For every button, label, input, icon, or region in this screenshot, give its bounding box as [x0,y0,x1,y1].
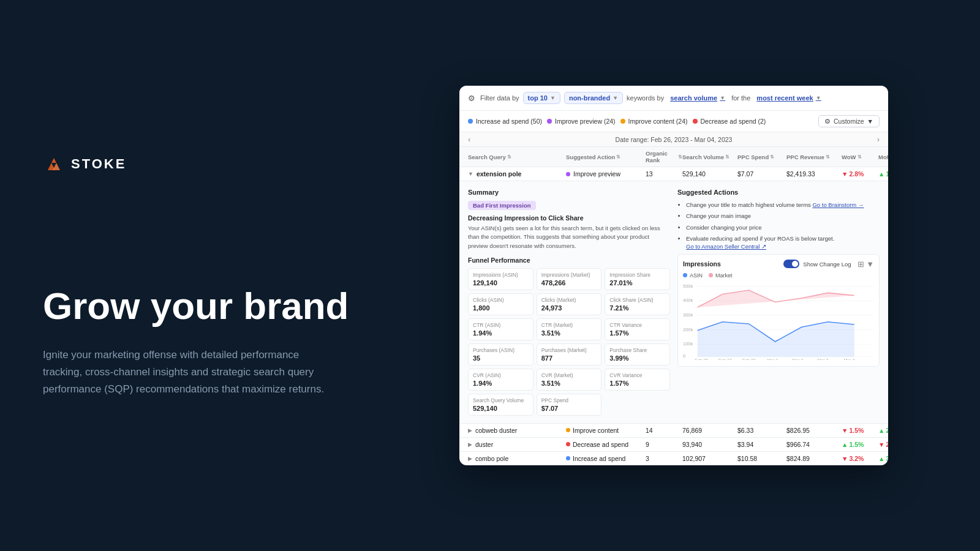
nonbranded-filter[interactable]: non-branded ▼ [564,92,623,104]
rank-cell: 9 [646,441,682,448]
left-panel: STOKE Grow your brand Ignite your market… [0,116,392,435]
decrease-ad-spend-dot [693,119,698,124]
improve-preview-dot [547,119,552,124]
svg-text:100k: 100k [683,341,693,347]
action-item-4: Evaluate reducing ad spend if your ROAS … [686,234,880,251]
revenue-cell: $824.89 [786,455,842,462]
funnel-section: Funnel Performance Impressions (ASIN)129… [468,257,670,416]
th-wow[interactable]: WoW⇅ [842,150,878,163]
svg-text:Feb 28: Feb 28 [742,358,756,360]
funnel-cell: CVR (ASIN)1.94% [468,369,533,391]
toggle-knob [792,261,798,267]
funnel-cell: Impressions (ASIN)129,140 [468,268,533,290]
show-change-log-toggle[interactable]: Show Change Log ⊞ ▼ [783,260,874,269]
sv-cell: 102,907 [682,455,737,462]
action-dot [566,428,570,432]
customize-button[interactable]: ⚙ Customize ▼ [818,115,880,127]
up-arrow-icon-mom: ▲ [878,427,884,434]
action-cell: Improve content [566,427,646,434]
query-cell: ▶ combo pole [468,455,566,462]
sort-icon-revenue: ⇅ [826,154,830,160]
prev-arrow[interactable]: ‹ [468,135,470,144]
query-cell: ▶ duster [468,441,566,448]
svg-text:Mar 1: Mar 1 [767,358,778,360]
sort-icon-query: ⇅ [507,154,511,160]
mom-cell: ▼2.9% [878,441,888,448]
funnel-cell: Search Query Volume529,140 [468,394,533,416]
th-organic-rank[interactable]: Organic Rank⇅ [646,150,682,163]
th-ppc-revenue[interactable]: PPC Revenue⇅ [786,150,842,163]
date-range: Date range: Feb 26, 2023 - Mar 04, 2023 [616,136,733,143]
table-row-extension-pole[interactable]: ▼ extension pole Improve preview 13 529,… [459,167,888,181]
stoke-logo-icon [43,153,65,175]
brainstorm-link[interactable]: Go to Brainstorm → [812,201,864,208]
svg-text:Feb 27: Feb 27 [718,358,732,360]
action-dot [566,456,570,460]
sort-icon-wow: ⇅ [858,154,862,160]
tag-increase-ad-spend[interactable]: Increase ad spend (50) [468,118,542,125]
th-search-query[interactable]: Search Query⇅ [468,150,566,163]
impressions-chart: 500k 400k 300k 200k 100k 0 [683,281,874,360]
other-rows: ▶ cobweb duster Improve content 14 76,86… [459,424,888,465]
chart-header: Impressions Show Change Log ⊞ ▼ [683,260,874,269]
chart-options-icon[interactable]: ⊞ ▼ [858,260,874,269]
next-arrow[interactable]: › [877,135,880,144]
funnel-cell: Impressions (Market)478,266 [537,268,602,290]
most-recent-week-filter[interactable]: most recent week ▼ [754,92,823,103]
spend-cell: $6.33 [737,427,786,434]
rank-cell: 3 [646,455,682,462]
wow-cell: ▼1.5% [842,427,878,434]
dashboard: ⚙ Filter data by top 10 ▼ non-branded ▼ … [459,86,888,465]
asin-legend-dot [683,273,687,277]
chart-legend: ASIN Market [683,272,874,279]
svg-text:200k: 200k [683,326,693,332]
action-item-3: Consider changing your price [686,223,880,231]
summary-subtitle: Decreasing Impression to Click Share [468,214,670,222]
sort-icon-spend: ⇅ [770,154,774,160]
wow-extension-pole: ▼2.8% [842,170,878,178]
mom-cell: ▲2.0% [878,427,888,434]
down-arrow-icon: ▼ [842,455,848,462]
spend-extension-pole: $7.07 [737,170,786,178]
sv-cell: 93,940 [682,441,737,448]
tag-decrease-ad-spend[interactable]: Decrease ad spend (2) [693,118,766,125]
nonbranded-arrow: ▼ [612,95,618,101]
funnel-cell: PPC Spend$7.07 [537,394,602,416]
search-volume-filter[interactable]: search volume ▼ [668,92,728,103]
table-row[interactable]: ▶ combo pole Increase ad spend 3 102,907… [459,452,888,465]
sort-icon-rank: ⇅ [678,154,682,160]
top10-filter[interactable]: top 10 ▼ [523,92,560,104]
revenue-cell: $826.95 [786,427,842,434]
rank-extension-pole: 13 [646,170,682,178]
svg-text:0: 0 [683,353,685,358]
down-arrow-icon-mom: ▼ [878,441,884,448]
actions-section: Suggested Actions Change your title to m… [677,189,880,250]
table-row[interactable]: ▶ cobweb duster Improve content 14 76,86… [459,424,888,438]
expanded-panel: Summary Bad First Impression Decreasing … [459,181,888,424]
right-panel: ⚙ Filter data by top 10 ▼ non-branded ▼ … [392,73,980,478]
query-extension-pole: ▼ extension pole [468,170,566,178]
th-mom[interactable]: MoM⇅ [878,150,888,163]
wow-cell: ▲1.5% [842,441,878,448]
toggle-switch[interactable] [783,260,799,268]
table-row[interactable]: ▶ duster Decrease ad spend 9 93,940 $3.9… [459,438,888,452]
gear-icon: ⚙ [824,118,831,125]
spend-cell: $10.58 [737,455,786,462]
th-ppc-spend[interactable]: PPC Spend⇅ [737,150,786,163]
amazon-seller-link[interactable]: Go to Amazon Seller Central ↗ [686,243,766,250]
summary-body: Your ASIN(s) gets seen a lot for this se… [468,224,670,250]
up-arrow-icon: ▲ [878,170,884,178]
svg-text:400k: 400k [683,298,693,303]
th-suggested-action[interactable]: Suggested Action⇅ [566,150,646,163]
funnel-cell: Clicks (ASIN)1,800 [468,293,533,315]
tag-improve-content[interactable]: Improve content (24) [620,118,688,125]
tag-improve-preview[interactable]: Improve preview (24) [547,118,616,125]
th-search-volume[interactable]: Search Volume⇅ [682,150,737,163]
sort-icon-sv: ⇅ [725,154,729,160]
svg-text:Mar 3: Mar 3 [817,358,828,360]
revenue-extension-pole: $2,419.33 [786,170,842,178]
spend-cell: $3.94 [737,441,786,448]
logo-text: STOKE [71,156,126,172]
filter-bar: ⚙ Filter data by top 10 ▼ non-branded ▼ … [459,86,888,111]
action-item-1: Change your title to match highest volum… [686,201,880,209]
